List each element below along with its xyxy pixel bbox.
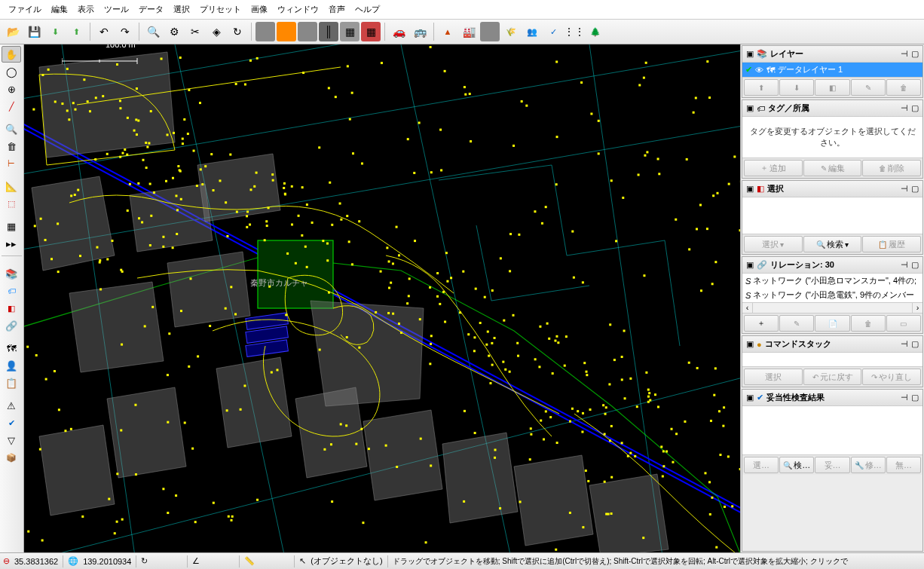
validate-toggle[interactable]: ✔: [2, 415, 21, 431]
close-icon[interactable]: ▢: [911, 103, 919, 113]
preset-bus[interactable]: 🚌: [410, 22, 430, 41]
draw-way-tool[interactable]: ╱: [2, 98, 21, 115]
authors-toggle[interactable]: 👤: [2, 357, 21, 374]
preset-grey2[interactable]: [298, 22, 317, 41]
changeset-toggle[interactable]: 📦: [2, 449, 21, 466]
collapse-icon[interactable]: ▣: [746, 260, 754, 270]
close-icon[interactable]: ▢: [911, 49, 919, 59]
menu-data[interactable]: データ: [135, 2, 167, 17]
relation-row[interactable]: S ネットワーク ("小田急電鉄", 9件のメンバー: [742, 288, 922, 302]
close-icon[interactable]: ▢: [911, 339, 919, 349]
search-button[interactable]: 🔍: [143, 22, 163, 41]
menu-presets[interactable]: プリセット: [196, 2, 245, 17]
collapse-icon[interactable]: ▣: [746, 103, 754, 113]
refresh-button[interactable]: ↻: [228, 22, 247, 41]
tag-edit-button[interactable]: ✎ 編集: [803, 160, 862, 176]
layer-down-button[interactable]: ⬇: [779, 79, 814, 96]
preset-barrier[interactable]: ▦: [340, 22, 360, 41]
preset-tree[interactable]: 🌲: [586, 22, 605, 41]
tag-add-button[interactable]: ＋ 追加: [744, 160, 803, 176]
relations-scrollbar[interactable]: ‹›: [742, 302, 922, 313]
preset-dots[interactable]: ⋮⋮: [564, 22, 584, 41]
undo-button[interactable]: ↶: [94, 22, 114, 41]
globe-icon[interactable]: 🌐: [68, 556, 78, 566]
rel-del-button[interactable]: 🗑: [851, 315, 886, 332]
collapse-icon[interactable]: ▣: [746, 339, 754, 349]
cmd-undo-button[interactable]: ↶ 元に戻す: [803, 369, 862, 385]
selection-panel-toggle[interactable]: ◧: [2, 300, 21, 317]
sel-search-button[interactable]: 🔍 検索 ▾: [803, 236, 862, 252]
close-icon[interactable]: ▢: [911, 393, 919, 402]
menu-selection[interactable]: 選択: [170, 2, 194, 17]
filter-toggle[interactable]: ▽: [2, 432, 21, 448]
draw-node-tool[interactable]: ⊕: [2, 81, 21, 97]
select-tool[interactable]: ✋: [2, 46, 21, 63]
preset-car[interactable]: 🚗: [389, 22, 408, 41]
menu-view[interactable]: 表示: [74, 2, 98, 17]
rel-sel-button[interactable]: ▭: [886, 315, 921, 332]
pin-icon[interactable]: ⊣: [901, 339, 908, 349]
preset-orange[interactable]: [277, 22, 296, 41]
menu-file[interactable]: ファイル: [5, 2, 45, 17]
conflict-toggle[interactable]: ⚠: [2, 397, 21, 414]
val-fix-button[interactable]: 🔧 修…: [851, 457, 886, 473]
menu-window[interactable]: ウィンドウ: [274, 2, 323, 17]
close-icon[interactable]: ▢: [911, 260, 919, 270]
pin-icon[interactable]: ⊣: [901, 184, 908, 194]
map-canvas[interactable]: 秦野市カルチャ 100.0 m // scatter yellow node s…: [24, 44, 740, 552]
layer-up-button[interactable]: ⬆: [744, 79, 779, 96]
cmd-select-button[interactable]: 選択: [744, 369, 803, 385]
collapse-icon[interactable]: ▣: [746, 49, 754, 59]
sel-history-button[interactable]: 📋 履歴: [862, 236, 921, 252]
menu-image[interactable]: 画像: [247, 2, 271, 17]
menu-audio[interactable]: 音声: [325, 2, 349, 17]
relation-row[interactable]: S ネットワーク ("小田急ロマンスカー", 4件の;: [742, 274, 922, 288]
relations-panel-toggle[interactable]: 🔗: [2, 317, 21, 334]
val-check-button[interactable]: 🔍 検…: [779, 457, 814, 473]
layer-delete-button[interactable]: 🗑: [886, 79, 921, 96]
pin-icon[interactable]: ⊣: [901, 103, 908, 113]
preset-wheat[interactable]: 🌾: [501, 22, 521, 41]
preset-triangle[interactable]: ▲: [438, 22, 457, 41]
rel-new-button[interactable]: ＋: [744, 315, 779, 332]
tags-panel-toggle[interactable]: 🏷: [2, 283, 21, 299]
wireframe-button[interactable]: ◈: [207, 22, 226, 41]
cmd-redo-button[interactable]: ↷ やり直し: [862, 369, 921, 385]
grid-tool[interactable]: ▦: [2, 218, 21, 234]
preferences-button[interactable]: ⚙: [164, 22, 184, 41]
preset-check[interactable]: ✓: [543, 22, 563, 41]
angle-tool[interactable]: 📐: [2, 178, 21, 194]
layer-row-active[interactable]: ✔ 👁 🗺 データレイヤー 1: [742, 63, 922, 77]
rel-edit-button[interactable]: ✎: [779, 315, 814, 332]
zoom-tool[interactable]: 🔍: [2, 121, 21, 137]
share-button[interactable]: ✂: [185, 22, 205, 41]
menu-tools[interactable]: ツール: [100, 2, 133, 17]
sel-select-button[interactable]: 選択 ▾: [744, 236, 803, 252]
open-button[interactable]: 📂: [3, 22, 23, 41]
rel-dup-button[interactable]: 📄: [815, 315, 849, 332]
redo-button[interactable]: ↷: [115, 22, 135, 41]
download-button[interactable]: ⬇: [45, 22, 65, 41]
pin-icon[interactable]: ⊣: [901, 393, 908, 402]
val-sel-button[interactable]: 選…: [744, 457, 779, 473]
preset-grey1[interactable]: [255, 22, 275, 41]
val-val-button[interactable]: 妥…: [815, 457, 849, 473]
upload-button[interactable]: ⬆: [66, 22, 86, 41]
eye-icon[interactable]: 👁: [755, 66, 763, 75]
split-way-tool[interactable]: ⊢: [2, 155, 21, 172]
close-icon[interactable]: ▢: [911, 184, 919, 194]
tag-delete-button[interactable]: 🗑 削除: [862, 160, 921, 176]
map-toggle[interactable]: 🗺: [2, 340, 21, 356]
menu-help[interactable]: ヘルプ: [351, 2, 384, 17]
delete-tool[interactable]: 🗑: [2, 138, 21, 154]
play-tool[interactable]: ▸▸: [2, 235, 21, 252]
layer-toggle-button[interactable]: ◧: [815, 79, 849, 96]
preset-grey3[interactable]: [480, 22, 500, 41]
preset-road[interactable]: ║: [319, 22, 338, 41]
collapse-icon[interactable]: ▣: [746, 393, 754, 402]
preset-factory[interactable]: 🏭: [459, 22, 479, 41]
val-ignore-button[interactable]: 無…: [886, 457, 921, 473]
layers-panel-toggle[interactable]: 📚: [2, 265, 21, 282]
menu-edit[interactable]: 編集: [47, 2, 72, 17]
pin-icon[interactable]: ⊣: [901, 260, 908, 270]
